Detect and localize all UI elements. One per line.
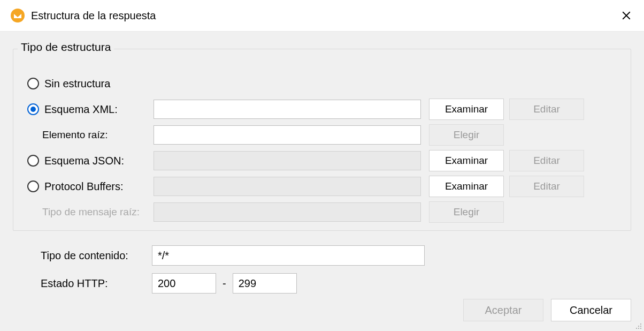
json-schema-browse-button[interactable]: Examinar <box>429 150 504 171</box>
http-status-to-input[interactable] <box>233 273 297 294</box>
svg-point-3 <box>640 326 641 327</box>
group-legend: Tipo de estructura <box>18 41 114 54</box>
root-message-type-label: Tipo de mensaje raíz: <box>42 206 140 218</box>
protobuf-browse-button[interactable]: Examinar <box>429 176 504 197</box>
range-dash: - <box>216 277 233 290</box>
close-button[interactable] <box>618 7 634 24</box>
http-status-label: Estado HTTP: <box>13 277 152 290</box>
root-message-type-input <box>154 202 421 222</box>
http-status-from-input[interactable] <box>152 273 216 294</box>
svg-point-0 <box>11 9 25 22</box>
structure-type-group: Tipo de estructura Sin estructura Esquem… <box>13 49 631 231</box>
radio-protobuf-label: Protocol Buffers: <box>44 180 123 193</box>
lower-form: Tipo de contenido: Estado HTTP: - <box>13 242 631 297</box>
svg-point-4 <box>636 328 637 329</box>
dialog-footer: Aceptar Cancelar <box>463 299 631 321</box>
close-icon <box>622 11 631 20</box>
radio-no-structure[interactable] <box>27 78 39 89</box>
json-schema-edit-button[interactable]: Editar <box>509 150 584 171</box>
titlebar: Estructura de la respuesta <box>0 0 644 31</box>
svg-point-6 <box>640 328 641 329</box>
radio-xml-schema[interactable] <box>27 103 39 115</box>
content-type-label: Tipo de contenido: <box>13 250 152 262</box>
ok-button[interactable]: Aceptar <box>463 299 543 321</box>
root-message-choose-button[interactable]: Elegir <box>429 201 504 223</box>
svg-point-5 <box>638 328 639 329</box>
protobuf-input <box>154 177 421 196</box>
cancel-button[interactable]: Cancelar <box>551 299 631 321</box>
radio-no-structure-label: Sin estructura <box>44 78 110 90</box>
svg-point-2 <box>638 326 639 327</box>
xml-schema-input[interactable] <box>154 100 421 119</box>
radio-xml-schema-label: Esquema XML: <box>44 103 118 116</box>
protobuf-edit-button[interactable]: Editar <box>509 176 584 197</box>
radio-json-schema[interactable] <box>27 155 39 167</box>
xml-schema-browse-button[interactable]: Examinar <box>429 99 504 120</box>
root-element-label: Elemento raíz: <box>42 129 108 141</box>
radio-json-schema-label: Esquema JSON: <box>44 155 124 167</box>
radio-protobuf[interactable] <box>27 180 39 192</box>
resize-grip-icon[interactable] <box>634 321 643 330</box>
root-element-input[interactable] <box>154 125 421 145</box>
window-title: Estructura de la respuesta <box>31 10 156 22</box>
json-schema-input <box>154 151 421 170</box>
root-element-choose-button[interactable]: Elegir <box>429 124 504 146</box>
content-type-input[interactable] <box>152 245 425 266</box>
xml-schema-edit-button[interactable]: Editar <box>509 99 584 120</box>
svg-point-1 <box>640 324 641 325</box>
app-logo-icon <box>11 9 25 22</box>
